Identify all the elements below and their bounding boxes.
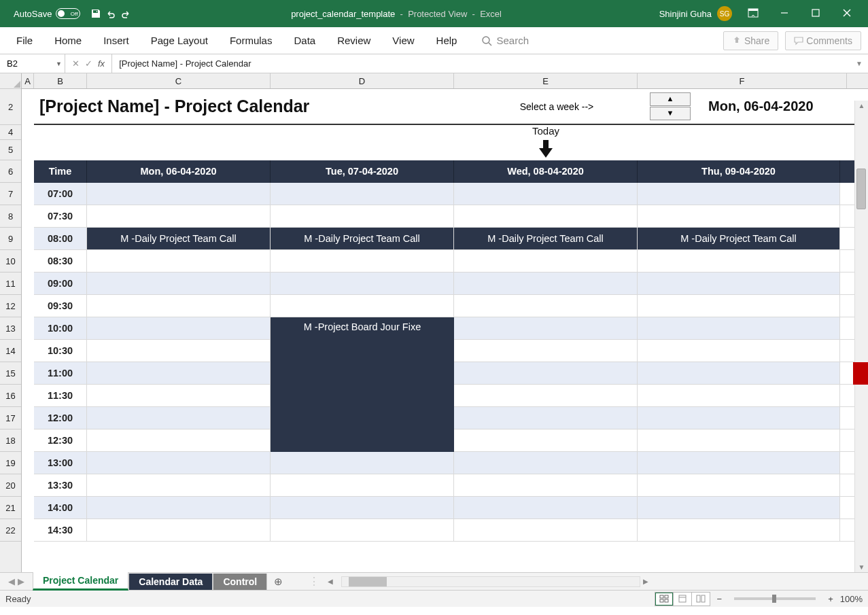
event-daily-call[interactable]: M -Daily Project Team Call bbox=[271, 228, 454, 249]
cal-cell[interactable] bbox=[87, 295, 271, 317]
row-header[interactable]: 7 bbox=[0, 183, 21, 205]
cal-cell[interactable] bbox=[454, 452, 638, 474]
row-header[interactable]: 22 bbox=[0, 519, 21, 542]
time-cell[interactable]: 07:30 bbox=[34, 205, 87, 227]
row-header[interactable]: 16 bbox=[0, 385, 21, 407]
tab-review[interactable]: Review bbox=[328, 31, 380, 50]
col-header[interactable]: C bbox=[87, 73, 271, 88]
close-icon[interactable] bbox=[831, 9, 863, 19]
cal-cell[interactable] bbox=[87, 183, 271, 205]
cal-cell[interactable] bbox=[271, 519, 454, 541]
horizontal-scrollbar[interactable] bbox=[341, 576, 640, 587]
cal-cell[interactable] bbox=[87, 497, 271, 519]
time-cell[interactable]: 13:30 bbox=[34, 474, 87, 496]
time-cell[interactable]: 09:30 bbox=[34, 295, 87, 317]
event-board-jour-fixe[interactable]: M -Project Board Jour Fixe bbox=[271, 317, 454, 452]
share-button[interactable]: Share bbox=[723, 31, 778, 50]
cal-cell[interactable] bbox=[87, 429, 271, 451]
cal-cell[interactable] bbox=[638, 497, 840, 519]
cal-cell[interactable] bbox=[87, 452, 271, 474]
cal-cell[interactable] bbox=[638, 385, 840, 406]
time-cell[interactable]: 12:30 bbox=[34, 429, 87, 451]
cal-cell[interactable] bbox=[638, 407, 840, 429]
maximize-icon[interactable] bbox=[800, 9, 831, 19]
ribbon-options-icon[interactable] bbox=[737, 8, 769, 20]
time-cell[interactable]: 10:30 bbox=[34, 340, 87, 362]
scroll-thumb[interactable] bbox=[856, 169, 866, 209]
event-daily-call[interactable]: M -Daily Project Team Call bbox=[638, 228, 840, 249]
tab-help[interactable]: Help bbox=[427, 31, 467, 50]
row-header[interactable]: 9 bbox=[0, 228, 21, 250]
name-box[interactable]: B2▼ bbox=[0, 54, 65, 73]
cal-cell[interactable] bbox=[271, 183, 454, 205]
cal-cell[interactable] bbox=[638, 362, 840, 384]
view-page-layout-icon[interactable] bbox=[673, 592, 692, 606]
tab-view[interactable]: View bbox=[383, 31, 423, 50]
cal-cell[interactable] bbox=[87, 362, 271, 384]
row-header[interactable]: 2 bbox=[0, 89, 21, 125]
row-header[interactable]: 10 bbox=[0, 250, 21, 273]
time-cell[interactable]: 14:30 bbox=[34, 519, 87, 541]
row-header[interactable]: 4 bbox=[0, 125, 21, 140]
sheet-tab-project-calendar[interactable]: Project Calendar bbox=[33, 572, 128, 591]
row-header[interactable]: 12 bbox=[0, 295, 21, 317]
redo-icon[interactable] bbox=[118, 6, 133, 21]
current-date[interactable]: Mon, 06-04-2020 bbox=[692, 99, 814, 114]
cal-cell[interactable] bbox=[638, 295, 840, 317]
row-header[interactable]: 21 bbox=[0, 497, 21, 519]
time-cell[interactable]: 14:00 bbox=[34, 497, 87, 519]
event-daily-call[interactable]: M -Daily Project Team Call bbox=[87, 228, 271, 249]
scroll-up-icon[interactable]: ▲ bbox=[855, 101, 868, 109]
sheet-tab-calendar-data[interactable]: Calendar Data bbox=[128, 574, 213, 590]
tab-page-layout[interactable]: Page Layout bbox=[141, 31, 218, 50]
cal-cell[interactable] bbox=[454, 183, 638, 205]
cal-cell[interactable] bbox=[87, 250, 271, 272]
cal-cell[interactable] bbox=[638, 273, 840, 294]
event-daily-call[interactable]: M -Daily Project Team Call bbox=[454, 228, 638, 249]
autosave-toggle[interactable]: AutoSave Off bbox=[14, 8, 80, 19]
time-cell[interactable]: 11:00 bbox=[34, 362, 87, 384]
time-cell[interactable]: 09:00 bbox=[34, 273, 87, 294]
cal-cell[interactable] bbox=[454, 205, 638, 227]
row-header[interactable]: 6 bbox=[0, 160, 21, 183]
cal-cell[interactable] bbox=[271, 452, 454, 474]
cal-cell[interactable] bbox=[271, 205, 454, 227]
cal-cell[interactable] bbox=[454, 317, 638, 339]
cal-cell[interactable] bbox=[87, 474, 271, 496]
cal-cell[interactable] bbox=[454, 497, 638, 519]
cal-cell[interactable] bbox=[638, 452, 840, 474]
sheet-tab-control[interactable]: Control bbox=[213, 574, 267, 590]
hscroll-right-icon[interactable]: ▶ bbox=[643, 578, 648, 585]
cal-cell[interactable] bbox=[454, 385, 638, 406]
time-cell[interactable]: 12:00 bbox=[34, 407, 87, 429]
cal-cell[interactable] bbox=[87, 519, 271, 541]
zoom-in-button[interactable]: + bbox=[821, 594, 840, 604]
row-header[interactable]: 5 bbox=[0, 140, 21, 160]
formula-content[interactable]: [Project Name] - Project Calendar bbox=[112, 58, 850, 69]
cal-cell[interactable] bbox=[271, 250, 454, 272]
cal-cell[interactable] bbox=[638, 250, 840, 272]
cal-cell[interactable] bbox=[454, 250, 638, 272]
time-cell[interactable]: 07:00 bbox=[34, 183, 87, 205]
cal-cell[interactable] bbox=[87, 385, 271, 406]
zoom-level[interactable]: 100% bbox=[840, 594, 863, 604]
time-cell[interactable]: 08:00 bbox=[34, 228, 87, 249]
minimize-icon[interactable] bbox=[769, 9, 800, 19]
row-header[interactable]: 20 bbox=[0, 474, 21, 497]
zoom-out-button[interactable]: − bbox=[710, 594, 729, 604]
save-icon[interactable] bbox=[88, 6, 103, 21]
time-cell[interactable]: 08:30 bbox=[34, 250, 87, 272]
col-header[interactable]: A bbox=[22, 73, 34, 88]
row-header[interactable]: 17 bbox=[0, 407, 21, 429]
row-header[interactable]: 14 bbox=[0, 340, 21, 362]
col-header[interactable]: F bbox=[638, 73, 847, 88]
hscroll-thumb[interactable] bbox=[349, 577, 387, 586]
cal-cell[interactable] bbox=[638, 317, 840, 339]
view-page-break-icon[interactable] bbox=[691, 592, 710, 606]
chevron-down-icon[interactable]: ▼ bbox=[56, 60, 62, 67]
cal-cell[interactable] bbox=[454, 519, 638, 541]
cal-cell[interactable] bbox=[454, 429, 638, 451]
cal-cell[interactable] bbox=[87, 340, 271, 362]
cal-cell[interactable] bbox=[638, 205, 840, 227]
user-avatar[interactable]: SG bbox=[717, 6, 732, 21]
